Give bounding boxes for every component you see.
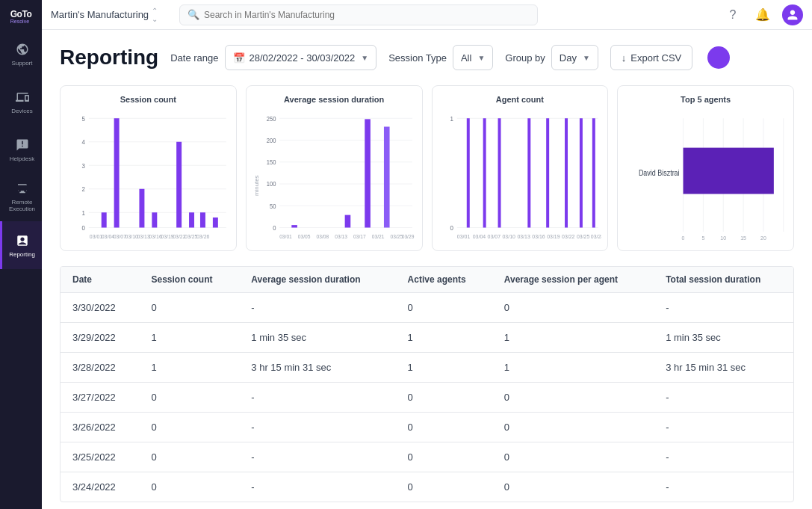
session-count-svg: 5 4 3 2 1 0 xyxy=(66,110,230,244)
org-chevron-icon: ⌃⌄ xyxy=(152,7,158,23)
topbar-right: ? 🔔 xyxy=(722,4,803,25)
agent-count-chart: Agent count 1 0 xyxy=(432,85,609,251)
svg-text:03/01: 03/01 xyxy=(90,233,102,241)
cell-total-duration: - xyxy=(654,472,793,502)
svg-rect-64 xyxy=(565,118,568,227)
user-color-avatar[interactable] xyxy=(707,46,730,69)
svg-rect-16 xyxy=(152,212,157,227)
svg-rect-62 xyxy=(527,118,530,227)
cell-avg-per-agent: 1 xyxy=(492,323,654,353)
support-icon xyxy=(15,42,30,57)
remote-execution-icon xyxy=(15,182,30,197)
svg-rect-59 xyxy=(466,118,469,227)
col-avg-duration: Average session duration xyxy=(239,267,395,293)
org-selector[interactable]: Martin's Manufacturing ⌃⌄ xyxy=(51,7,170,23)
notifications-button[interactable]: 🔔 xyxy=(752,4,773,25)
svg-text:1: 1 xyxy=(450,114,453,123)
svg-text:03/22: 03/22 xyxy=(562,233,574,241)
group-by-select[interactable]: Day ▼ xyxy=(551,45,598,70)
date-range-chevron-icon: ▼ xyxy=(361,54,368,62)
svg-text:03/19: 03/19 xyxy=(547,233,560,241)
svg-text:03/28: 03/28 xyxy=(590,233,601,241)
sidebar-item-support[interactable]: Support xyxy=(0,30,42,78)
help-button[interactable]: ? xyxy=(722,4,743,25)
svg-text:20: 20 xyxy=(760,235,766,242)
cell-session-count: 0 xyxy=(139,383,239,413)
export-csv-button[interactable]: ↓ Export CSV xyxy=(610,45,692,70)
cell-active-agents: 0 xyxy=(396,413,492,442)
cell-active-agents: 0 xyxy=(396,442,492,472)
logo-resolve: Resolve xyxy=(10,19,31,24)
svg-rect-19 xyxy=(213,218,218,228)
svg-text:03/25: 03/25 xyxy=(185,233,197,241)
svg-text:03/13: 03/13 xyxy=(335,233,347,241)
svg-text:100: 100 xyxy=(266,180,276,188)
logo-goto: GoTo xyxy=(10,9,31,19)
cell-avg-duration: - xyxy=(239,442,395,472)
sidebar-label-reporting: Reporting xyxy=(9,251,35,258)
agent-count-title: Agent count xyxy=(438,95,602,104)
cell-avg-per-agent: 0 xyxy=(492,442,654,472)
date-range-select[interactable]: 📅 28/02/2022 - 30/03/2022 ▼ xyxy=(225,45,377,70)
user-avatar[interactable] xyxy=(782,4,803,25)
sidebar-item-reporting[interactable]: Reporting xyxy=(0,221,42,269)
table-row: 3/24/2022 0 - 0 0 - xyxy=(61,472,793,502)
date-range-value: 28/02/2022 - 30/03/2022 xyxy=(250,52,356,64)
avg-duration-chart-area: minutes 250 200 150 100 50 0 xyxy=(252,110,416,244)
cell-date: 3/26/2022 xyxy=(61,413,139,442)
svg-text:4: 4 xyxy=(81,138,85,146)
cell-avg-per-agent: 0 xyxy=(492,293,654,323)
org-name: Martin's Manufacturing xyxy=(51,9,149,20)
search-icon: 🔍 xyxy=(187,9,199,20)
cell-active-agents: 0 xyxy=(396,293,492,323)
svg-rect-65 xyxy=(579,118,582,227)
agent-label: David Bisztrai xyxy=(639,168,680,177)
svg-text:250: 250 xyxy=(266,114,276,123)
sidebar-item-devices[interactable]: Devices xyxy=(0,78,42,126)
search-input[interactable] xyxy=(204,10,530,20)
svg-text:15: 15 xyxy=(740,235,746,242)
svg-text:03/21: 03/21 xyxy=(372,233,385,241)
svg-text:03/13: 03/13 xyxy=(517,233,530,241)
group-by-filter: Group by Day ▼ xyxy=(505,45,598,70)
svg-text:03/16: 03/16 xyxy=(532,233,545,241)
table-row: 3/27/2022 0 - 0 0 - xyxy=(61,383,793,413)
cell-total-duration: - xyxy=(654,413,793,442)
svg-text:50: 50 xyxy=(270,202,276,210)
top5-agents-title: Top 5 agents xyxy=(624,95,787,104)
svg-text:03/22: 03/22 xyxy=(173,233,185,241)
table-row: 3/29/2022 1 1 min 35 sec 1 1 1 min 35 se… xyxy=(61,323,793,353)
svg-text:3: 3 xyxy=(81,161,85,170)
svg-text:03/05: 03/05 xyxy=(298,233,311,241)
svg-rect-46 xyxy=(384,127,390,228)
svg-text:1: 1 xyxy=(81,209,85,217)
export-label: Export CSV xyxy=(630,52,681,64)
sidebar-label-devices: Devices xyxy=(11,108,32,114)
cell-total-duration: - xyxy=(654,442,793,472)
svg-text:03/01: 03/01 xyxy=(456,233,469,241)
cell-avg-duration: - xyxy=(239,472,395,502)
cell-session-count: 0 xyxy=(139,442,239,472)
svg-text:03/04: 03/04 xyxy=(472,233,485,241)
sidebar-item-remote-execution[interactable]: Remote Execution xyxy=(0,173,42,221)
session-type-select[interactable]: All ▼ xyxy=(453,45,493,70)
svg-rect-12 xyxy=(102,212,107,227)
devices-icon xyxy=(15,90,30,105)
sidebar: GoTo Resolve Support Devices Helpdesk Re… xyxy=(0,0,42,509)
svg-text:minutes: minutes xyxy=(253,175,259,196)
svg-text:5: 5 xyxy=(81,114,85,123)
session-type-label: Session Type xyxy=(388,52,447,64)
avg-session-duration-chart: Average session duration minutes 250 xyxy=(246,85,423,251)
download-icon: ↓ xyxy=(622,52,627,64)
table-row: 3/28/2022 1 3 hr 15 min 31 sec 1 1 3 hr … xyxy=(61,353,793,383)
agent-count-chart-area: 1 0 03/01 03/04 03/07 xyxy=(438,110,602,244)
sidebar-item-helpdesk[interactable]: Helpdesk xyxy=(0,126,42,173)
cell-date: 3/24/2022 xyxy=(61,472,139,502)
cell-session-count: 0 xyxy=(139,293,239,323)
svg-text:0: 0 xyxy=(81,223,85,232)
cell-avg-per-agent: 0 xyxy=(492,383,654,413)
col-session-count: Session count xyxy=(139,267,239,293)
search-bar[interactable]: 🔍 xyxy=(179,4,538,25)
svg-rect-13 xyxy=(114,118,120,227)
session-type-value: All xyxy=(461,52,471,64)
